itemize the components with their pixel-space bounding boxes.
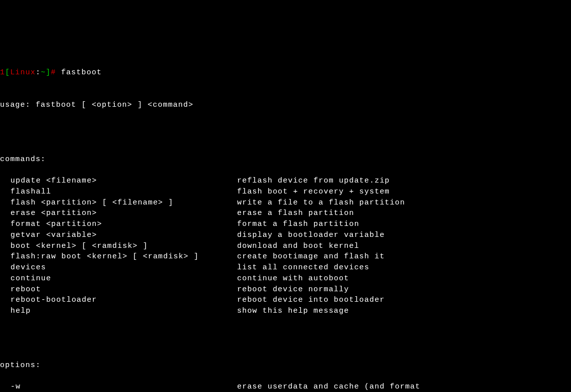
command-row: getvar <variable>display a bootloader va… [0,230,571,241]
command-row: update <filename>reflash device from upd… [0,176,571,187]
command-left: reboot [0,284,237,295]
command-row: continuecontinue with autoboot [0,273,571,284]
command-row: flash <partition> [ <filename> ]write a … [0,197,571,208]
commands-header: commands: [0,154,571,165]
command-row: helpshow this help message [0,306,571,317]
command-left: reboot-bootloader [0,295,237,306]
command-left: flashall [0,187,237,197]
options-header: options: [0,360,571,371]
command-left: getvar <variable> [0,230,237,241]
prompt-line-1: 1[Linux:~]# fastboot [0,67,571,78]
command-row: flash:raw boot <kernel> [ <ramdisk> ]cre… [0,251,571,262]
usage-line: usage: fastboot [ <option> ] <command> [0,100,571,111]
options-block: -werase userdata and cache (and formatif… [0,382,571,392]
commands-block: update <filename>reflash device from upd… [0,176,571,317]
prompt-num: 1 [0,68,5,77]
command-row: boot <kernel> [ <ramdisk> ]download and … [0,241,571,252]
command-left: flash:raw boot <kernel> [ <ramdisk> ] [0,251,237,262]
command-left: help [0,306,237,317]
prompt-hash: # [51,68,56,77]
prompt-sep: : [35,68,40,77]
terminal[interactable]: 1[Linux:~]# fastboot usage: fastboot [ <… [0,45,571,392]
command-row: deviceslist all connected devices [0,262,571,273]
command-right: reboot device into bootloader [237,295,571,306]
option-left: -w [0,382,237,392]
command-right: reboot device normally [237,284,571,295]
option-row: -werase userdata and cache (and format [0,382,571,392]
command-left: boot <kernel> [ <ramdisk> ] [0,241,237,252]
command-right: format a flash partition [237,219,571,230]
command-left: format <partition> [0,219,237,230]
command-row: reboot-bootloaderreboot device into boot… [0,295,571,306]
blank-line [0,121,571,132]
command-row: rebootreboot device normally [0,284,571,295]
command-right: reflash device from update.zip [237,176,571,187]
command-row: flashallflash boot + recovery + system [0,187,571,197]
command-right: list all connected devices [237,262,571,273]
command-left: devices [0,262,237,273]
command-left: continue [0,273,237,284]
command-row: format <partition>format a flash partiti… [0,219,571,230]
command-row: erase <partition>erase a flash partition [0,208,571,219]
command-right: display a bootloader variable [237,230,571,241]
command-right: continue with autoboot [237,273,571,284]
command-right: download and boot kernel [237,241,571,252]
command-right: create bootimage and flash it [237,251,571,262]
command-right: show this help message [237,306,571,317]
command-left: flash <partition> [ <filename> ] [0,197,237,208]
prompt-open: [ [5,68,10,77]
command-right: write a file to a flash partition [237,197,571,208]
prompt-host: Linux [10,68,35,77]
option-right: erase userdata and cache (and format [237,382,571,392]
command-left: update <filename> [0,176,237,187]
command-right: flash boot + recovery + system [237,187,571,197]
blank-line [0,328,571,339]
prompt-close: ] [46,68,51,77]
typed-command: fastboot [61,68,102,77]
command-right: erase a flash partition [237,208,571,219]
command-left: erase <partition> [0,208,237,219]
prompt-path: ~ [41,68,46,77]
